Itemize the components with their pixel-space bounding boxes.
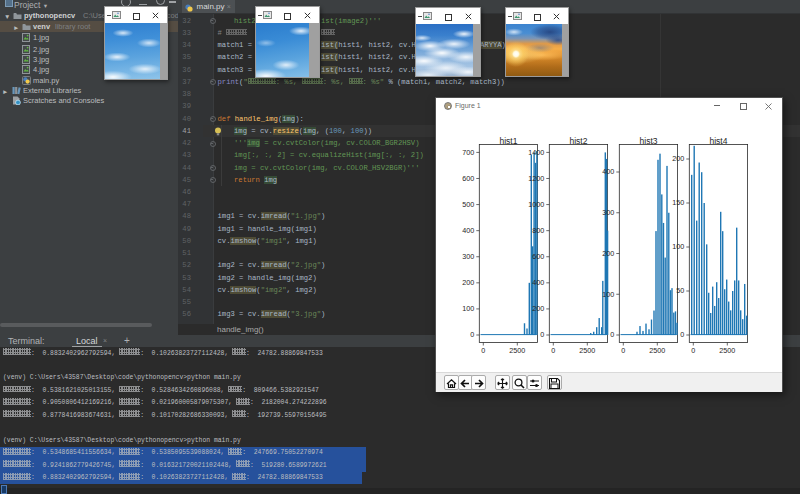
svg-text:200: 200 xyxy=(672,154,684,163)
svg-text:100: 100 xyxy=(672,242,684,251)
svg-text:0: 0 xyxy=(551,346,555,355)
svg-text:0: 0 xyxy=(610,330,614,339)
svg-text:600: 600 xyxy=(462,174,474,183)
svg-text:1000: 1000 xyxy=(528,200,544,209)
svg-text:400: 400 xyxy=(462,226,474,235)
svg-text:700: 700 xyxy=(462,148,474,157)
svg-text:400: 400 xyxy=(602,167,614,176)
svg-text:1400: 1400 xyxy=(528,148,544,157)
svg-text:hist2: hist2 xyxy=(569,136,587,146)
svg-text:50: 50 xyxy=(676,286,684,295)
svg-text:200: 200 xyxy=(602,249,614,258)
svg-text:300: 300 xyxy=(602,208,614,217)
svg-text:2500: 2500 xyxy=(719,346,735,355)
svg-text:200: 200 xyxy=(532,304,544,313)
svg-text:800: 800 xyxy=(532,226,544,235)
svg-text:2500: 2500 xyxy=(579,346,595,355)
svg-text:0: 0 xyxy=(680,330,684,339)
svg-text:100: 100 xyxy=(462,304,474,313)
svg-text:150: 150 xyxy=(672,198,684,207)
svg-text:0: 0 xyxy=(540,330,544,339)
svg-text:200: 200 xyxy=(462,278,474,287)
svg-text:0: 0 xyxy=(481,346,485,355)
svg-text:100: 100 xyxy=(602,290,614,299)
svg-text:1200: 1200 xyxy=(528,174,544,183)
svg-text:2500: 2500 xyxy=(649,346,665,355)
svg-text:hist3: hist3 xyxy=(640,136,658,146)
svg-text:0: 0 xyxy=(691,346,695,355)
svg-text:300: 300 xyxy=(462,252,474,261)
svg-text:2500: 2500 xyxy=(509,346,525,355)
svg-text:0: 0 xyxy=(621,346,625,355)
svg-text:hist4: hist4 xyxy=(709,136,727,146)
svg-text:600: 600 xyxy=(532,252,544,261)
svg-text:hist1: hist1 xyxy=(499,136,517,146)
svg-text:400: 400 xyxy=(532,278,544,287)
svg-text:500: 500 xyxy=(462,200,474,209)
svg-text:0: 0 xyxy=(470,330,474,339)
